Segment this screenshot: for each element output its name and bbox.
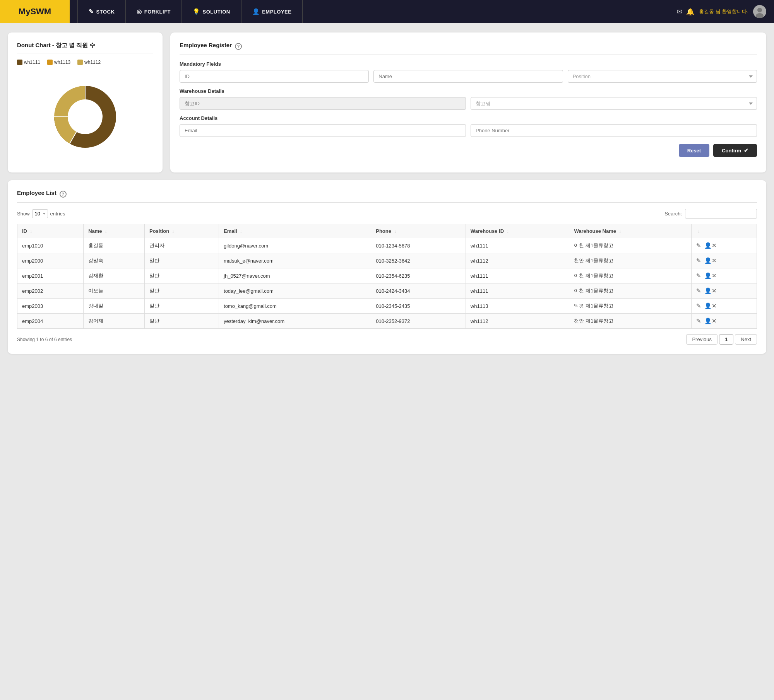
brand-logo[interactable]: MySWM [0, 0, 70, 23]
sort-whid-icon: ↕ [507, 229, 509, 234]
bell-icon[interactable]: 🔔 [686, 8, 694, 16]
cell-wh-name: 이천 제1물류창고 [569, 268, 692, 283]
prev-button[interactable]: Previous [686, 334, 717, 345]
donut-chart-wrap [17, 70, 153, 163]
edit-icon[interactable]: ✎ [696, 302, 701, 309]
cell-email: gildong@naver.com [219, 238, 371, 253]
entries-select[interactable]: 10 25 50 [32, 209, 48, 218]
list-help-icon[interactable]: ? [60, 191, 67, 198]
form-actions: Reset Confirm ✔ [180, 144, 757, 157]
id-input[interactable] [180, 70, 369, 83]
cell-wh-name: 천안 제1물류창고 [569, 314, 692, 329]
user-remove-icon[interactable]: 👤✕ [704, 242, 717, 249]
legend-wh1111: wh1111 [17, 60, 40, 65]
cell-email: jh_0527@naver.com [219, 268, 371, 283]
cell-wh-name: 이천 제1물류창고 [569, 283, 692, 299]
cell-id: emp2001 [17, 268, 84, 283]
name-input[interactable] [373, 70, 563, 83]
edit-icon[interactable]: ✎ [696, 287, 701, 294]
phone-input[interactable] [471, 124, 757, 137]
svg-point-1 [757, 8, 762, 12]
nav-forklift-label: FORKLIFT [144, 9, 171, 15]
cell-wh-id: wh1113 [466, 299, 569, 314]
col-wh-name[interactable]: Warehouse Name ↕ [569, 224, 692, 238]
col-id[interactable]: ID ↕ [17, 224, 84, 238]
warehouse-name-select[interactable]: 창고명 [471, 97, 757, 110]
main-content: Donut Chart - 창고 별 직원 수 wh1111 wh1113 wh… [0, 23, 774, 363]
sort-email-icon: ↕ [240, 229, 242, 234]
cell-position: 일반 [144, 314, 219, 329]
register-help-icon[interactable]: ? [235, 43, 242, 50]
legend-dot-wh1111 [17, 60, 22, 65]
cell-actions: ✎ 👤✕ [692, 253, 757, 268]
legend-wh1113: wh1113 [47, 60, 70, 65]
user-remove-icon[interactable]: 👤✕ [704, 318, 717, 324]
account-label: Account Details [180, 115, 757, 121]
edit-icon[interactable]: ✎ [696, 242, 701, 249]
legend-dot-wh1112 [77, 60, 83, 65]
position-select[interactable]: Position [568, 70, 757, 83]
cell-name: 이오늘 [84, 283, 145, 299]
account-fields-row [180, 124, 757, 137]
cell-actions: ✎ 👤✕ [692, 268, 757, 283]
register-title-row: Employee Register ? [180, 42, 757, 51]
navbar-right: ✉ 🔔 홍길동 님 환영합니다. [677, 5, 774, 18]
table-row: emp2002 이오늘 일반 today_lee@gmail.com 010-2… [17, 283, 757, 299]
cell-phone: 010-1234-5678 [371, 238, 466, 253]
col-wh-id[interactable]: Warehouse ID ↕ [466, 224, 569, 238]
user-remove-icon[interactable]: 👤✕ [704, 287, 717, 294]
sort-actions-icon: ↕ [698, 229, 700, 234]
col-position[interactable]: Position ↕ [144, 224, 219, 238]
legend-label-wh1111: wh1111 [24, 60, 40, 65]
warehouse-fields-row: 창고명 [180, 97, 757, 110]
cell-wh-name: 덕평 제1물류창고 [569, 299, 692, 314]
mail-icon[interactable]: ✉ [677, 8, 682, 16]
cell-id: emp1010 [17, 238, 84, 253]
navbar-icons: ✉ 🔔 [677, 8, 694, 16]
sort-position-icon: ↕ [172, 229, 174, 234]
user-remove-icon[interactable]: 👤✕ [704, 302, 717, 309]
cell-name: 강내일 [84, 299, 145, 314]
next-button[interactable]: Next [735, 334, 757, 345]
cell-id: emp2002 [17, 283, 84, 299]
nav-solution[interactable]: 💡 SOLUTION [182, 0, 241, 23]
nav-forklift[interactable]: ◎ FORKLIFT [126, 0, 182, 23]
donut-hole [68, 99, 103, 134]
nav-employee-label: EMPLOYEE [262, 9, 291, 15]
user-avatar[interactable] [753, 5, 766, 18]
user-remove-icon[interactable]: 👤✕ [704, 272, 717, 279]
donut-legend: wh1111 wh1113 wh1112 [17, 60, 153, 65]
col-phone[interactable]: Phone ↕ [371, 224, 466, 238]
col-email[interactable]: Email ↕ [219, 224, 371, 238]
cell-phone: 010-2345-2435 [371, 299, 466, 314]
mandatory-label: Mandatory Fields [180, 61, 757, 67]
entries-label: entries [50, 211, 65, 217]
confirm-button[interactable]: Confirm ✔ [713, 144, 757, 157]
cell-phone: 010-2354-6235 [371, 268, 466, 283]
cell-wh-id: wh1111 [466, 283, 569, 299]
nav-stock[interactable]: ✎ STOCK [77, 0, 126, 23]
cell-email: malsuk_e@naver.com [219, 253, 371, 268]
table-row: emp2003 강내일 일반 tomo_kang@gmail.com 010-2… [17, 299, 757, 314]
table-row: emp2004 김어제 일반 yesterday_kim@naver.com 0… [17, 314, 757, 329]
cell-phone: 010-2424-3434 [371, 283, 466, 299]
nav-menu: ✎ STOCK ◎ FORKLIFT 💡 SOLUTION 👤 EMPLOYEE [70, 0, 677, 23]
legend-dot-wh1113 [47, 60, 53, 65]
user-remove-icon[interactable]: 👤✕ [704, 257, 717, 264]
edit-icon[interactable]: ✎ [696, 272, 701, 279]
list-controls: Show 10 25 50 entries Search: [17, 209, 757, 219]
sort-phone-icon: ↕ [394, 229, 396, 234]
email-input[interactable] [180, 124, 466, 137]
register-title: Employee Register [180, 42, 232, 48]
page-1-button[interactable]: 1 [719, 334, 733, 345]
search-input[interactable] [685, 209, 757, 219]
nav-employee[interactable]: 👤 EMPLOYEE [241, 0, 303, 23]
edit-icon[interactable]: ✎ [696, 257, 701, 264]
col-name[interactable]: Name ↕ [84, 224, 145, 238]
cell-id: emp2000 [17, 253, 84, 268]
table-row: emp1010 홍길동 관리자 gildong@naver.com 010-12… [17, 238, 757, 253]
edit-icon[interactable]: ✎ [696, 318, 701, 324]
forklift-icon: ◎ [137, 8, 142, 15]
show-label: Show [17, 211, 30, 217]
reset-button[interactable]: Reset [679, 144, 709, 157]
